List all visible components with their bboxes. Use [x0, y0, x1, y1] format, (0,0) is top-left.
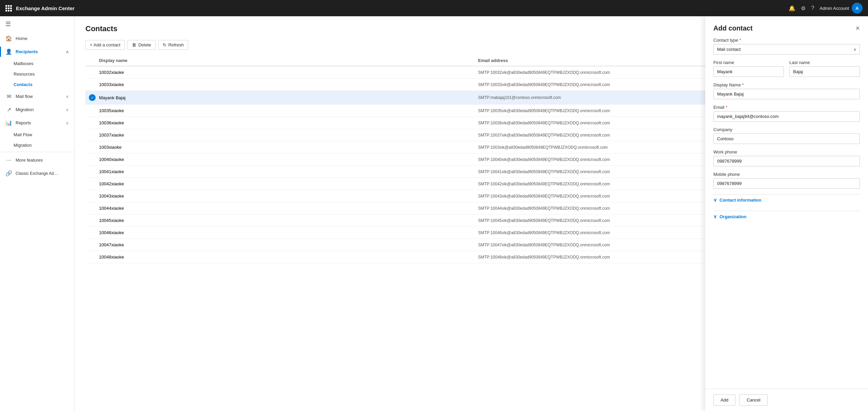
- contact-type-wrapper: Mail contact Mail user ∨: [713, 44, 860, 55]
- refresh-button[interactable]: ↻ Refresh: [158, 40, 189, 50]
- sidebar-item-migration[interactable]: ↗ Migration ∨: [0, 103, 74, 116]
- chevron-down-icon: ∨: [713, 197, 717, 203]
- organization-section: ∨ Organization: [713, 211, 860, 222]
- add-contact-button[interactable]: + Add a contact: [85, 40, 125, 50]
- sidebar-label-migration: Migration: [16, 107, 34, 112]
- delete-button[interactable]: 🗑 Delete: [127, 40, 156, 50]
- organization-collapse[interactable]: ∨ Organization: [713, 211, 860, 222]
- row-display-name: 10045xiaoke: [99, 218, 478, 223]
- sidebar-item-mailflow[interactable]: ✉ Mail flow ∨: [0, 90, 74, 103]
- display-name-label: Display Name *: [713, 82, 860, 87]
- sidebar-label-mailflow: Mail flow: [16, 94, 33, 99]
- delete-icon: 🗑: [132, 42, 136, 47]
- organization-label: Organization: [719, 214, 746, 219]
- row-display-name: 10033xiaoke: [99, 82, 478, 87]
- display-name-input[interactable]: [713, 89, 860, 99]
- panel-title: Add contact: [713, 24, 753, 32]
- refresh-icon: ↻: [163, 42, 166, 47]
- contact-info-collapse[interactable]: ∨ Contact information: [713, 194, 860, 205]
- add-contact-panel: Add contact ✕ Contact type * Mail contac…: [705, 16, 868, 411]
- sidebar-item-resources[interactable]: Resources: [14, 69, 74, 79]
- migration-icon: ↗: [5, 106, 12, 113]
- reports-icon: 📊: [5, 120, 12, 126]
- contact-type-label: Contact type *: [713, 38, 860, 43]
- account-section[interactable]: Admin Account A: [820, 3, 863, 14]
- work-phone-label: Work phone: [713, 149, 860, 155]
- topbar: Exchange Admin Center 🔔 ⚙ ? Admin Accoun…: [0, 0, 868, 16]
- sidebar-label-recipients: Recipients: [16, 49, 38, 54]
- last-name-field: Last name: [789, 60, 860, 77]
- first-name-field: First name: [713, 60, 784, 77]
- contact-type-select[interactable]: Mail contact Mail user: [713, 44, 860, 55]
- app-grid-icon[interactable]: [5, 5, 12, 12]
- mailflow-chevron: ∨: [66, 94, 69, 99]
- last-name-label: Last name: [789, 60, 860, 65]
- notification-icon[interactable]: 🔔: [789, 5, 795, 12]
- sidebar-item-migration-report[interactable]: Migration: [14, 140, 74, 150]
- app-title: Exchange Admin Center: [16, 5, 75, 11]
- row-display-name: 10035xiaoke: [99, 108, 478, 113]
- email-label: Email *: [713, 105, 860, 110]
- sidebar-item-home[interactable]: 🏠 Home: [0, 32, 74, 45]
- row-display-name: 10048xiaoke: [99, 254, 478, 260]
- mobile-phone-label: Mobile phone: [713, 172, 860, 177]
- check-circle: ✓: [89, 94, 96, 101]
- row-display-name: 10037xiaoke: [99, 132, 478, 138]
- contact-info-section: ∨ Contact information: [713, 194, 860, 205]
- mailflow-icon: ✉: [5, 93, 12, 100]
- recipients-submenu: Mailboxes Resources Contacts: [0, 58, 74, 90]
- reports-chevron: ∧: [66, 121, 69, 125]
- cancel-button[interactable]: Cancel: [739, 394, 767, 406]
- help-icon[interactable]: ?: [811, 5, 814, 11]
- settings-icon[interactable]: ⚙: [801, 5, 806, 12]
- sidebar-label-classic: Classic Exchange Admin Cen...: [16, 171, 60, 176]
- row-display-name: 10044xiaoke: [99, 206, 478, 211]
- sidebar-item-recipients[interactable]: 👤 Recipients ∧: [0, 45, 74, 58]
- panel-body: Contact type * Mail contact Mail user ∨ …: [705, 38, 868, 389]
- row-display-name: Mayank Bajaj: [99, 95, 478, 100]
- avatar: A: [852, 3, 863, 14]
- row-display-name: 10046xiaoke: [99, 230, 478, 235]
- contact-type-field: Contact type * Mail contact Mail user ∨: [713, 38, 860, 55]
- sidebar-label-home: Home: [16, 36, 27, 41]
- last-name-input[interactable]: [789, 66, 860, 77]
- name-row: First name Last name: [713, 60, 860, 77]
- more-features-icon: ⋯: [5, 157, 12, 163]
- work-phone-input[interactable]: [713, 156, 860, 166]
- company-field: Company: [713, 127, 860, 144]
- display-name-field: Display Name *: [713, 82, 860, 99]
- panel-footer: Add Cancel: [705, 389, 868, 411]
- sidebar-label-more: More features: [16, 158, 43, 163]
- recipients-chevron: ∧: [66, 49, 69, 54]
- sidebar: ☰ 🏠 Home 👤 Recipients ∧ Mailboxes Resour…: [0, 16, 75, 411]
- sidebar-item-contacts[interactable]: Contacts: [14, 79, 74, 90]
- sidebar-toggle[interactable]: ☰: [0, 16, 74, 32]
- contact-info-label: Contact information: [719, 198, 762, 203]
- company-label: Company: [713, 127, 860, 132]
- account-name: Admin Account: [820, 6, 849, 11]
- classic-admin-icon: 🔗: [5, 170, 12, 177]
- sidebar-item-mailboxes[interactable]: Mailboxes: [14, 58, 74, 69]
- row-display-name: 10042xiaoke: [99, 181, 478, 186]
- email-input[interactable]: [713, 111, 860, 122]
- mobile-phone-field: Mobile phone: [713, 172, 860, 189]
- sidebar-label-reports: Reports: [16, 120, 31, 125]
- first-name-label: First name: [713, 60, 784, 65]
- sidebar-item-mailflow-report[interactable]: Mail Flow: [14, 129, 74, 140]
- email-field: Email *: [713, 105, 860, 122]
- recipients-icon: 👤: [5, 48, 12, 55]
- row-display-name: 10043xiaoke: [99, 193, 478, 199]
- sidebar-item-classic-admin[interactable]: 🔗 Classic Exchange Admin Cen...: [0, 167, 74, 180]
- company-input[interactable]: [713, 133, 860, 144]
- reports-submenu: Mail Flow Migration: [0, 129, 74, 150]
- first-name-input[interactable]: [713, 66, 784, 77]
- row-check: ✓: [85, 94, 99, 101]
- sidebar-item-more-features[interactable]: ⋯ More features: [0, 153, 74, 167]
- migration-chevron: ∨: [66, 107, 69, 112]
- add-button[interactable]: Add: [713, 394, 735, 406]
- row-display-name: 10047xiaoke: [99, 242, 478, 247]
- panel-close-button[interactable]: ✕: [855, 25, 860, 32]
- mobile-phone-input[interactable]: [713, 178, 860, 189]
- row-display-name: 1003xiaoke: [99, 145, 478, 150]
- sidebar-item-reports[interactable]: 📊 Reports ∧: [0, 116, 74, 129]
